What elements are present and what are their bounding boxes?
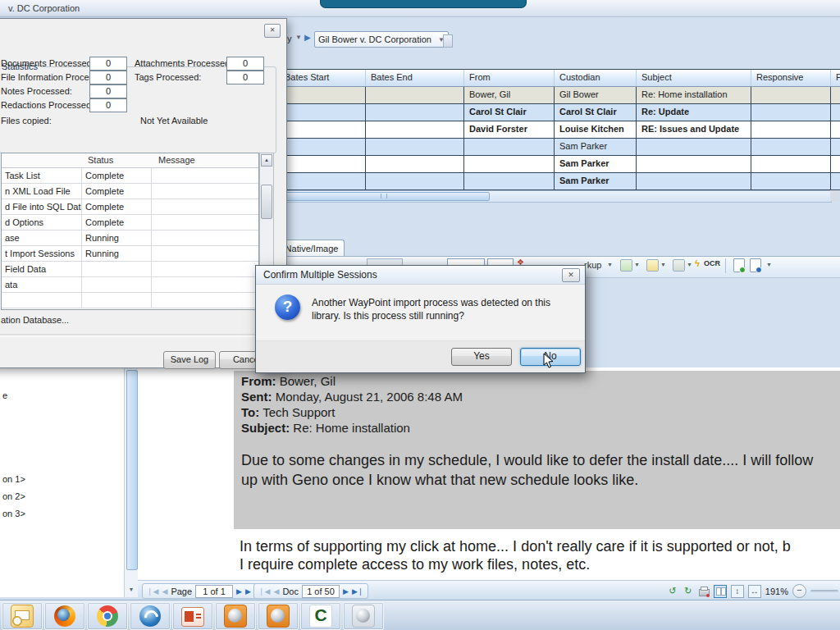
task-row[interactable] (2, 293, 258, 308)
task-row[interactable]: d File into SQL Data...Complete (2, 199, 258, 215)
grid-row[interactable]: Sam Parker (280, 156, 840, 173)
outlook-taskbar-button[interactable] (2, 602, 43, 630)
grid-row[interactable]: Bower, GilGil BowerRe: Home installation (280, 87, 840, 104)
powerpoint-taskbar-button[interactable] (172, 602, 213, 630)
task-row[interactable]: t Import SessionsRunning (2, 246, 258, 262)
task-cell: Complete (82, 184, 152, 199)
grid-cell (280, 173, 366, 189)
grid-horizontal-scrollbar[interactable] (279, 190, 832, 203)
document-info-icon[interactable] (750, 258, 761, 272)
divider (0, 334, 281, 337)
tree-item[interactable]: on 1> (2, 474, 25, 484)
grid-column-header[interactable]: P (831, 70, 840, 86)
task-table-header: Status Message (2, 153, 258, 168)
chevron-down-icon[interactable]: ▼ (295, 34, 302, 41)
task-cell (152, 215, 258, 230)
first-doc-button[interactable]: ❘◀ (258, 587, 270, 596)
yes-button[interactable]: Yes (451, 348, 512, 366)
tree-item[interactable]: on 3> (2, 509, 25, 518)
tree-item[interactable]: e (2, 390, 7, 400)
prev-doc-button[interactable]: ◀ (273, 587, 279, 596)
first-page-button[interactable]: ❘◀ (147, 587, 158, 596)
chrome-taskbar-button[interactable] (87, 602, 128, 630)
case-selector[interactable]: Gil Bower v. DC Corporation ▼ (314, 31, 449, 48)
stat-value-field[interactable]: 0 (89, 57, 127, 71)
ocr-button[interactable]: OCR (704, 259, 720, 267)
scrollbar-thumb[interactable] (261, 185, 272, 219)
orange-sphere-taskbar-button[interactable] (215, 602, 256, 630)
scrollbar-thumb[interactable] (126, 370, 138, 570)
camtasia-taskbar-button[interactable] (300, 602, 341, 630)
two-page-view-icon[interactable] (714, 585, 727, 598)
grid-column-header[interactable]: Responsive (751, 70, 831, 86)
zoom-out-button[interactable]: − (792, 584, 806, 598)
chevron-down-icon[interactable]: ▼ (634, 262, 640, 267)
scroll-up-icon[interactable]: ▲ (261, 154, 272, 167)
zoom-slider[interactable] (810, 590, 838, 592)
viewer-bottom-bar: ❘◀ ◀ Page 1 of 1 ▶ ▶❘ ❘◀ ◀ Doc 1 of 50 ▶… (138, 580, 840, 600)
grid-row[interactable]: Carol St ClairCarol St ClairRe: Update (280, 104, 840, 121)
redaction-tool-icon[interactable] (673, 259, 685, 272)
task-row[interactable]: n XML Load FileComplete (2, 184, 258, 199)
orange-sphere2-taskbar-button[interactable] (258, 602, 299, 630)
fit-height-icon[interactable]: ↕ (731, 585, 744, 598)
save-log-button[interactable]: Save Log (163, 351, 216, 369)
stat-label: Redactions Processed: (1, 100, 94, 110)
firefox-taskbar-button[interactable] (44, 602, 85, 630)
grid-column-header[interactable]: From (464, 70, 555, 86)
silver-sphere-taskbar-button[interactable] (343, 602, 384, 630)
task-row[interactable]: Task ListComplete (2, 168, 258, 184)
grid-column-header[interactable]: Bates End (366, 70, 464, 86)
stat-value-field[interactable]: 0 (89, 71, 127, 84)
task-row[interactable]: ata (2, 277, 258, 293)
chevron-down-icon[interactable]: ▼ (607, 262, 613, 267)
prev-page-button[interactable]: ◀ (162, 587, 167, 596)
page-number-field[interactable]: 1 of 1 (195, 585, 233, 598)
doc-number-field[interactable]: 1 of 50 (302, 585, 340, 598)
close-icon[interactable]: ✕ (562, 268, 580, 282)
stat-value-field[interactable]: 0 (226, 71, 264, 84)
sticky-note-tool-icon[interactable] (646, 259, 659, 272)
tree-item[interactable]: on 2> (2, 491, 25, 501)
add-document-icon[interactable] (733, 258, 745, 272)
grid-cell (464, 139, 555, 155)
fit-width-icon[interactable]: ↔ (748, 585, 761, 598)
task-row[interactable]: d OptionsComplete (2, 215, 258, 231)
email-to-label: To: (241, 405, 259, 419)
chevron-down-icon[interactable]: ▼ (660, 262, 666, 267)
email-subject-value: Re: Home installation (293, 421, 410, 435)
highlight-tool-icon[interactable] (620, 259, 632, 272)
grid-row[interactable]: Sam Parker (280, 173, 840, 190)
blue-swirl-taskbar-button[interactable] (130, 602, 171, 630)
rotate-ccw-icon[interactable]: ↺ (667, 586, 678, 597)
lightning-icon[interactable]: ϟ (695, 258, 700, 268)
splitter-widget[interactable] (443, 34, 453, 48)
stat-value-field[interactable]: 0 (89, 98, 127, 112)
last-doc-button[interactable]: ▶❘ (352, 587, 363, 596)
task-row[interactable]: Field Data (2, 262, 258, 277)
breadcrumb-fragment[interactable]: y (287, 34, 292, 43)
close-icon[interactable]: ✕ (264, 24, 281, 38)
scrollbar-thumb[interactable] (281, 192, 490, 201)
next-page-button[interactable]: ▶ (236, 587, 242, 596)
task-row[interactable]: aseRunning (2, 231, 258, 246)
grid-column-header[interactable]: Custodian (555, 70, 637, 86)
email-subject-label: Subject: (241, 421, 290, 435)
tree-scrollbar[interactable]: ▼ (124, 368, 138, 597)
next-doc-button[interactable]: ▶ (343, 587, 349, 596)
task-cell: d Options (2, 215, 82, 230)
stat-value-field[interactable]: 0 (226, 57, 264, 71)
print-icon[interactable] (698, 586, 710, 597)
grid-column-header[interactable]: Bates Start (280, 70, 366, 86)
grid-column-header[interactable]: Subject (637, 70, 751, 86)
stat-value-field[interactable]: 0 (89, 84, 127, 98)
chevron-down-icon[interactable]: ▼ (766, 262, 772, 267)
chevron-down-icon[interactable]: ▼ (687, 262, 692, 267)
grid-row[interactable]: Sam Parker (280, 139, 840, 156)
rotate-cw-icon[interactable]: ↻ (682, 586, 694, 597)
dialog-footer: Yes No (256, 340, 585, 372)
grid-row[interactable]: David ForsterLouise KitchenRE: Issues an… (280, 121, 840, 139)
markup-menu-fragment[interactable]: rkup (584, 260, 601, 270)
grid-cell: Sam Parker (555, 156, 637, 172)
scroll-down-icon[interactable]: ▼ (126, 584, 136, 596)
